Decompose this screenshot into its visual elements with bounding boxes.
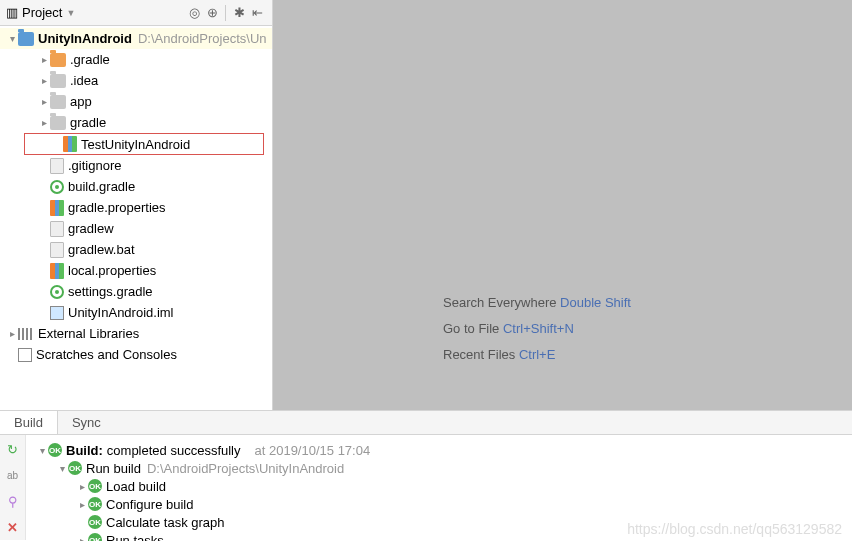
build-path: D:\AndroidProjects\UnityInAndroid: [147, 461, 344, 476]
build-gutter: ↻ ab ⚲ ✕: [0, 435, 26, 540]
build-tasks[interactable]: OKRun tasks: [26, 531, 370, 541]
iml-icon: [50, 306, 64, 320]
project-window-icon: ▥: [6, 5, 18, 20]
tree-label: gradlew: [68, 221, 114, 236]
properties-icon: [50, 200, 64, 216]
tree-item-gitignore[interactable]: .gitignore: [0, 155, 272, 176]
tree-label: .idea: [70, 73, 98, 88]
target-icon[interactable]: ◎: [185, 4, 203, 22]
project-tree[interactable]: UnityInAndroid D:\AndroidProjects\Un .gr…: [0, 26, 272, 410]
tree-label: Scratches and Consoles: [36, 347, 177, 362]
build-status: completed successfully: [107, 443, 241, 458]
folder-icon: [50, 116, 66, 130]
expand-arrow[interactable]: [38, 96, 50, 107]
tree-label: External Libraries: [38, 326, 139, 341]
build-label: Load build: [106, 479, 166, 494]
expand-arrow[interactable]: [38, 75, 50, 86]
tree-label: build.gradle: [68, 179, 135, 194]
expand-arrow[interactable]: [56, 463, 68, 474]
expand-arrow[interactable]: [36, 445, 48, 456]
expand-arrow[interactable]: [76, 535, 88, 542]
filter-icon[interactable]: ab: [5, 467, 21, 483]
file-icon: [50, 158, 64, 174]
tree-item-idea-dir[interactable]: .idea: [0, 70, 272, 91]
separator: [225, 5, 226, 21]
tree-label: .gradle: [70, 52, 110, 67]
tree-root[interactable]: UnityInAndroid D:\AndroidProjects\Un: [0, 28, 272, 49]
build-time: at 2019/10/15 17:04: [255, 443, 371, 458]
folder-icon: [50, 95, 66, 109]
tree-item-gradle-folder[interactable]: gradle: [0, 112, 272, 133]
tree-item-gradleprops[interactable]: gradle.properties: [0, 197, 272, 218]
build-load[interactable]: OKLoad build: [26, 477, 370, 495]
tree-label: TestUnityInAndroid: [81, 137, 190, 152]
build-label: Run build: [86, 461, 141, 476]
build-calc[interactable]: OKCalculate task graph: [26, 513, 370, 531]
close-icon[interactable]: ✕: [5, 519, 21, 535]
expand-icon[interactable]: ⊕: [203, 4, 221, 22]
tree-label: gradle.properties: [68, 200, 166, 215]
module-folder-icon: [18, 32, 34, 46]
shortcut: Ctrl+Shift+N: [503, 321, 574, 336]
tree-label: .gitignore: [68, 158, 121, 173]
project-tool-header: ▥ Project ▼ ◎ ⊕ ✱ ⇤: [0, 0, 272, 26]
project-title: Project: [22, 5, 62, 20]
tree-item-testunity[interactable]: TestUnityInAndroid: [24, 133, 264, 155]
build-run[interactable]: OKRun buildD:\AndroidProjects\UnityInAnd…: [26, 459, 370, 477]
folder-icon: [50, 74, 66, 88]
expand-arrow[interactable]: [6, 33, 18, 44]
build-label: Configure build: [106, 497, 193, 512]
ok-badge-icon: OK: [68, 461, 82, 475]
tree-item-app[interactable]: app: [0, 91, 272, 112]
expand-arrow[interactable]: [76, 481, 88, 492]
tree-item-settingsgradle[interactable]: settings.gradle: [0, 281, 272, 302]
build-configure[interactable]: OKConfigure build: [26, 495, 370, 513]
build-root[interactable]: OK Build: completed successfully at 2019…: [26, 441, 370, 459]
hide-icon[interactable]: ⇤: [248, 4, 266, 22]
expand-arrow[interactable]: [39, 139, 63, 150]
tree-item-iml[interactable]: UnityInAndroid.iml: [0, 302, 272, 323]
ok-badge-icon: OK: [88, 515, 102, 529]
build-tabs: Build Sync: [0, 411, 852, 435]
hint-search: Search Everywhere Double Shift: [443, 290, 631, 316]
folder-icon: [50, 53, 66, 67]
scratch-icon: [18, 348, 32, 362]
expand-arrow[interactable]: [38, 54, 50, 65]
tree-item-gradlew[interactable]: gradlew: [0, 218, 272, 239]
tab-build[interactable]: Build: [0, 411, 58, 434]
tree-label: settings.gradle: [68, 284, 153, 299]
gear-icon[interactable]: ✱: [230, 4, 248, 22]
tree-scratches[interactable]: Scratches and Consoles: [0, 344, 272, 365]
chevron-down-icon[interactable]: ▼: [66, 8, 75, 18]
tree-external-libs[interactable]: External Libraries: [0, 323, 272, 344]
tree-label: app: [70, 94, 92, 109]
tree-item-localprops[interactable]: local.properties: [0, 260, 272, 281]
build-title-prefix: Build:: [66, 443, 103, 458]
tree-item-buildgradle[interactable]: build.gradle: [0, 176, 272, 197]
ok-badge-icon: OK: [88, 533, 102, 541]
module-icon: [63, 136, 77, 152]
gradle-icon: [50, 180, 64, 194]
pin-icon[interactable]: ⚲: [5, 493, 21, 509]
tab-sync[interactable]: Sync: [58, 411, 115, 434]
tree-label: UnityInAndroid.iml: [68, 305, 174, 320]
editor-empty-area: Search Everywhere Double Shift Go to Fil…: [273, 0, 852, 410]
tree-item-gradle-dir[interactable]: .gradle: [0, 49, 272, 70]
tree-label: gradlew.bat: [68, 242, 135, 257]
properties-icon: [50, 263, 64, 279]
shortcut: Double Shift: [560, 295, 631, 310]
tree-label: local.properties: [68, 263, 156, 278]
expand-arrow[interactable]: [6, 328, 18, 339]
build-label: Calculate task graph: [106, 515, 225, 530]
file-icon: [50, 221, 64, 237]
expand-arrow[interactable]: [76, 499, 88, 510]
library-icon: [18, 328, 34, 340]
tree-item-gradlewbat[interactable]: gradlew.bat: [0, 239, 272, 260]
ok-badge-icon: OK: [88, 497, 102, 511]
expand-arrow[interactable]: [38, 117, 50, 128]
rerun-icon[interactable]: ↻: [5, 441, 21, 457]
root-name: UnityInAndroid: [38, 31, 132, 46]
build-output-tree[interactable]: OK Build: completed successfully at 2019…: [26, 435, 370, 540]
build-label: Run tasks: [106, 533, 164, 542]
ok-badge-icon: OK: [88, 479, 102, 493]
